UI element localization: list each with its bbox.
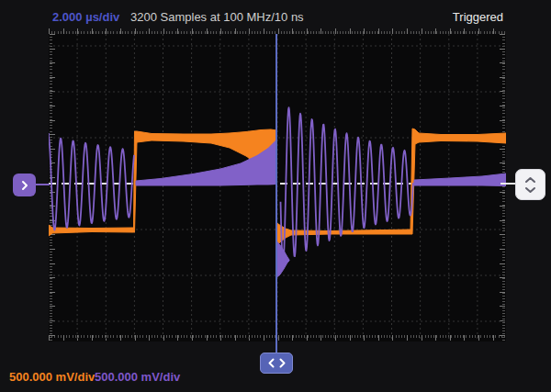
offset-connector-line <box>500 183 516 185</box>
chevron-up-icon[interactable] <box>524 176 536 184</box>
chevron-right-icon <box>21 180 28 191</box>
trigger-position-cursor[interactable] <box>276 34 277 353</box>
channel-offset-stepper[interactable] <box>515 169 545 200</box>
trigger-status-label: Triggered <box>453 10 503 24</box>
trigger-level-handle[interactable] <box>13 174 36 196</box>
timebase-label[interactable]: 2.000 µs/div <box>52 10 119 24</box>
sample-info-label: 3200 Samples at 100 MHz/10 ns <box>130 10 304 24</box>
horizontal-position-button[interactable] <box>260 353 293 374</box>
trigger-level-line <box>35 184 50 185</box>
channel2-scale-label[interactable]: 500.000 mV/div <box>95 370 180 384</box>
scope-graticule[interactable] <box>49 34 506 342</box>
waveform-canvas <box>49 34 506 342</box>
chevron-right-icon[interactable] <box>279 358 286 368</box>
chevron-left-icon[interactable] <box>268 358 275 368</box>
oscilloscope-app: 2.000 µs/div 3200 Samples at 100 MHz/10 … <box>0 0 551 392</box>
chevron-down-icon[interactable] <box>524 186 536 194</box>
channel1-scale-label[interactable]: 500.000 mV/div <box>9 370 95 384</box>
